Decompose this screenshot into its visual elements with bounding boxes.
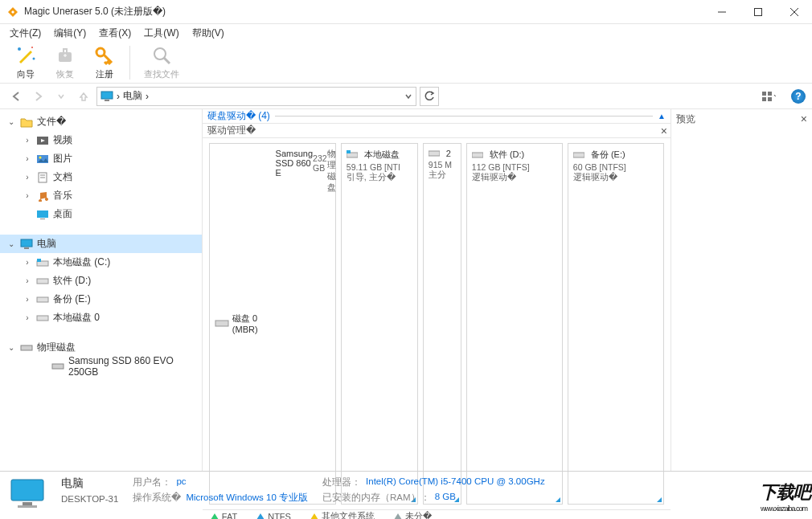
back-button[interactable] — [6, 87, 26, 106]
expand-icon[interactable]: › — [23, 258, 32, 267]
collapse-icon[interactable]: ⌄ — [6, 117, 16, 126]
status-os: Microsoft Windows 10 专业版 — [186, 492, 308, 504]
computer-icon — [100, 91, 113, 102]
maximize-button[interactable] — [740, 0, 776, 24]
register-button[interactable]: 注册 — [85, 43, 124, 82]
wizard-icon — [14, 44, 37, 67]
svg-rect-1 — [754, 8, 761, 15]
menu-help[interactable]: 帮助(V) — [186, 25, 231, 42]
svg-rect-46 — [429, 151, 440, 156]
svg-rect-48 — [573, 153, 584, 157]
recover-button[interactable]: 恢复 — [46, 43, 84, 82]
svg-rect-23 — [37, 210, 48, 218]
menu-edit[interactable]: 编辑(Y) — [47, 25, 92, 42]
close-icon[interactable]: × — [801, 112, 807, 126]
address-dropdown[interactable] — [404, 92, 412, 100]
wizard-button[interactable]: 向导 — [6, 43, 45, 82]
title-bar: Magic Uneraser 5.0 (未注册版�) — [0, 0, 812, 24]
tree-ssd[interactable]: Samsung SSD 860 EVO 250GB — [0, 357, 202, 375]
status-bar: 电脑 DESKTOP-31 用户名：pc 操作系统�Microsoft Wind… — [0, 471, 812, 517]
tree-drive-c[interactable]: ›本地磁盘 (C:) — [0, 253, 202, 272]
svg-rect-43 — [215, 321, 228, 326]
expand-icon[interactable]: › — [23, 295, 32, 304]
tree-files[interactable]: ⌄ 文件� — [0, 112, 202, 131]
drive-icon — [35, 312, 50, 325]
collapse-icon[interactable]: ⌄ — [6, 343, 16, 352]
minimize-button[interactable] — [703, 0, 740, 24]
drive-icon — [573, 150, 588, 160]
disk-panel: 磁盘 0 (MBR) Samsung SSD 860 E 232 GB 物理磁盘… — [203, 138, 671, 509]
chevron-up-icon[interactable]: ▲ — [658, 112, 666, 121]
toolbar: 向导 恢复 注册 查找文件 — [0, 42, 812, 84]
up-button[interactable] — [74, 87, 93, 106]
video-icon — [35, 134, 50, 147]
help-button[interactable]: ? — [791, 89, 806, 104]
menu-tools[interactable]: 工具(W) — [137, 25, 185, 42]
find-button[interactable]: 查找文件 — [136, 43, 187, 82]
close-icon[interactable]: × — [661, 125, 667, 137]
disk-icon — [215, 318, 229, 328]
recover-label: 恢复 — [56, 68, 74, 80]
view-mode-button[interactable] — [757, 87, 780, 106]
nav-bar: › 电脑 › ? — [0, 84, 812, 109]
tree-music[interactable]: ›音乐 — [0, 186, 202, 205]
find-label: 查找文件 — [144, 68, 179, 80]
drive-icon — [35, 256, 50, 269]
breadcrumb[interactable]: 电脑 — [123, 89, 142, 103]
drive-icon — [429, 149, 443, 158]
center-panel: 硬盘驱动� (4) ▲ 本地磁盘 (C:) �?59.11 GB�?s 可用 软… — [203, 109, 671, 471]
expand-icon[interactable]: › — [23, 154, 32, 163]
tree-drive-0[interactable]: ›本地磁盘 0 — [0, 309, 202, 327]
forward-button[interactable] — [29, 87, 48, 106]
svg-rect-29 — [37, 279, 48, 284]
picture-icon — [35, 153, 50, 166]
tree-desktop[interactable]: 桌面 — [0, 205, 202, 223]
drives-header[interactable]: 硬盘驱动� (4) ▲ — [203, 109, 671, 123]
svg-rect-47 — [472, 153, 483, 157]
drive-icon — [472, 150, 486, 160]
status-hostname: DESKTOP-31 — [61, 494, 118, 504]
computer-icon — [19, 238, 34, 251]
disk-part-e[interactable]: 备份 (E:) 60 GB [NTFS] 逻辑驱动� — [568, 143, 664, 505]
register-label: 注册 — [96, 68, 113, 80]
close-button[interactable] — [776, 0, 812, 24]
expand-icon[interactable]: › — [23, 276, 32, 285]
tree-video[interactable]: ›视频 — [0, 131, 202, 149]
tree-pictures[interactable]: ›图片 — [0, 149, 202, 168]
svg-rect-13 — [762, 92, 766, 96]
breadcrumb-sep: › — [146, 91, 149, 102]
disk-mgmt-header[interactable]: 驱动管理� × — [203, 123, 671, 138]
svg-rect-50 — [23, 502, 32, 505]
window-controls — [703, 0, 812, 24]
app-icon — [6, 6, 19, 18]
refresh-button[interactable] — [420, 87, 439, 106]
disk-part-d[interactable]: 软件 (D:) 112 GB [NTFS] 逻辑驱动� — [466, 143, 563, 505]
tree-computer[interactable]: ⌄ 电脑 — [0, 235, 202, 253]
disk-card-main[interactable]: 磁盘 0 (MBR) Samsung SSD 860 E 232 GB 物理磁盘 — [209, 143, 336, 505]
disk-part-c[interactable]: 本地磁盘 59.11 GB [NTI 引导, 主分� — [341, 143, 418, 505]
collapse-icon[interactable]: ⌄ — [6, 239, 16, 248]
svg-rect-24 — [40, 219, 45, 219]
tree-documents[interactable]: ›文档 — [0, 168, 202, 186]
desktop-icon — [35, 208, 50, 221]
svg-point-4 — [18, 47, 21, 51]
breadcrumb-sep: › — [117, 91, 120, 102]
drive-icon — [347, 150, 361, 160]
menu-file[interactable]: 文件(Z) — [3, 25, 47, 42]
expand-icon[interactable]: › — [23, 136, 32, 145]
svg-rect-15 — [762, 97, 766, 101]
svg-point-19 — [39, 156, 42, 158]
expand-icon[interactable]: › — [23, 313, 32, 322]
tree-drive-e[interactable]: ›备份 (E:) — [0, 290, 202, 309]
tree-drive-d[interactable]: ›软件 (D:) — [0, 272, 202, 290]
music-icon — [35, 190, 50, 202]
address-bar[interactable]: › 电脑 › — [96, 87, 416, 106]
menu-view[interactable]: 查看(X) — [92, 25, 137, 42]
drive-icon — [35, 293, 50, 306]
history-dropdown[interactable] — [51, 87, 71, 106]
expand-icon[interactable]: › — [23, 191, 32, 200]
disk-part-2[interactable]: 2 915 M 主分 — [423, 143, 461, 505]
folder-icon — [19, 116, 34, 129]
drive-icon — [35, 275, 50, 288]
expand-icon[interactable]: › — [23, 173, 32, 182]
